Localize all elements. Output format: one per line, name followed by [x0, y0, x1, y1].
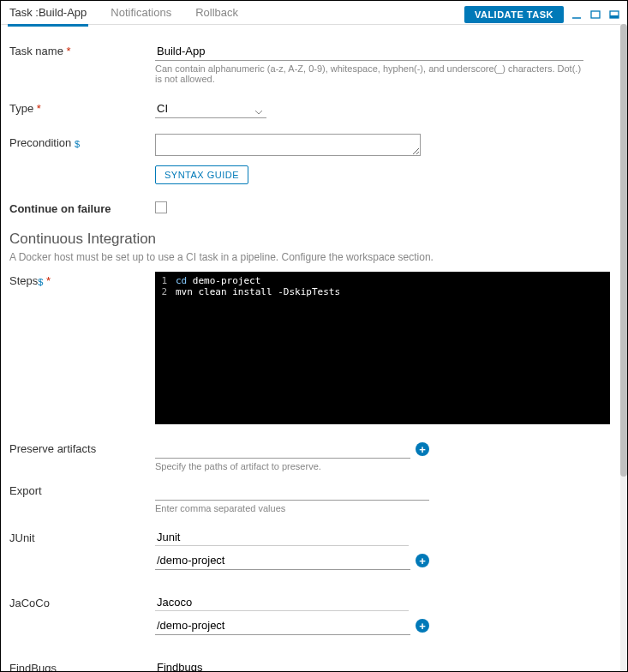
svg-rect-1 [591, 11, 600, 18]
steps-code-editor[interactable]: 1 cd demo-project 2 mvn clean install -D… [155, 272, 610, 424]
continue-on-failure-label: Continue on failure [9, 200, 155, 215]
export-label: Export [9, 482, 155, 497]
header-bar: Task :Build-App Notifications Rollback V… [1, 1, 627, 25]
findbugs-label: FindBugs [9, 659, 155, 671]
junit-name-input[interactable] [155, 529, 409, 546]
task-name-helper: Can contain alphanumeric (a-z, A-Z, 0-9)… [155, 63, 583, 84]
maximize-icon[interactable] [589, 9, 601, 21]
ci-section-title: Continuous Integration [9, 231, 610, 248]
add-artifact-button[interactable]: + [416, 442, 429, 456]
preserve-artifacts-input[interactable] [155, 440, 410, 459]
tab-rollback[interactable]: Rollback [194, 3, 240, 27]
precondition-label: Precondition $ [9, 134, 155, 149]
task-name-input[interactable] [155, 42, 583, 61]
type-label: Type * [9, 99, 155, 115]
scrollbar[interactable] [620, 24, 627, 670]
task-name-label: Task name * [9, 42, 155, 57]
code-line: 2 mvn clean install -DskipTests [158, 286, 607, 297]
validate-task-button[interactable]: VALIDATE TASK [464, 6, 564, 23]
jacoco-path-input[interactable] [155, 616, 410, 635]
jacoco-label: JaCoCo [9, 594, 155, 609]
junit-label: JUnit [9, 529, 155, 544]
code-line: 1 cd demo-project [158, 275, 607, 286]
ci-section-subtitle: A Docker host must be set up to use a CI… [9, 251, 610, 263]
syntax-guide-button[interactable]: SYNTAX GUIDE [155, 165, 248, 184]
add-jacoco-path-button[interactable]: + [416, 619, 429, 633]
tab-notifications[interactable]: Notifications [109, 3, 173, 27]
export-helper: Enter comma separated values [155, 503, 583, 513]
tab-bar: Task :Build-App Notifications Rollback [8, 3, 464, 27]
type-select[interactable] [155, 99, 266, 118]
dock-icon[interactable] [608, 9, 620, 21]
preserve-artifacts-label: Preserve artifacts [9, 440, 155, 455]
tab-task[interactable]: Task :Build-App [8, 3, 88, 27]
steps-label: Steps$ * [9, 272, 155, 287]
preserve-artifacts-helper: Specify the paths of artifact to preserv… [155, 461, 583, 471]
svg-rect-3 [610, 15, 619, 18]
jacoco-name-input[interactable] [155, 594, 409, 611]
minimize-icon[interactable] [571, 9, 583, 21]
content-area: Task name * Can contain alphanumeric (a-… [1, 25, 627, 671]
window-controls [571, 9, 620, 21]
export-input[interactable] [155, 482, 429, 501]
junit-path-input[interactable] [155, 551, 410, 570]
add-junit-path-button[interactable]: + [416, 554, 429, 567]
findbugs-name-input[interactable] [155, 659, 409, 671]
precondition-input[interactable] [155, 134, 421, 156]
continue-on-failure-checkbox[interactable] [155, 201, 167, 213]
scrollbar-thumb[interactable] [620, 24, 627, 477]
